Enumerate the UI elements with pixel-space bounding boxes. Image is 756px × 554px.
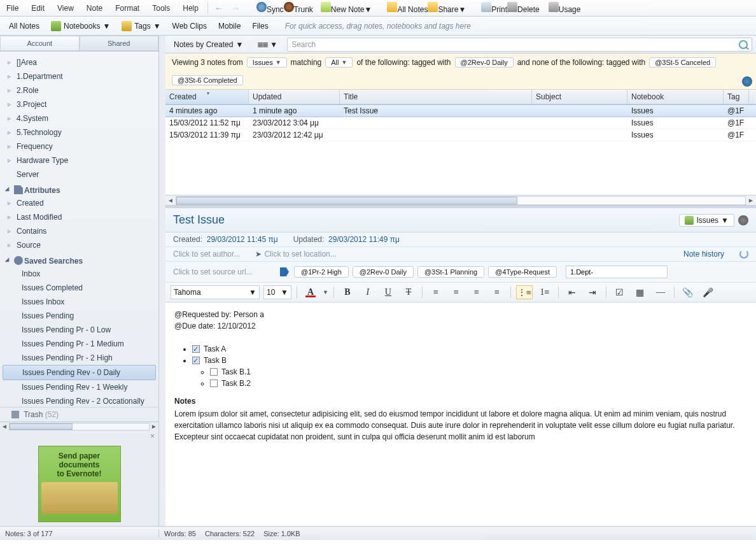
note-history-link[interactable]: Note history bbox=[683, 250, 724, 259]
menu-format[interactable]: Format bbox=[109, 0, 146, 17]
font-size-select[interactable]: 10▼ bbox=[263, 285, 291, 299]
promo-close[interactable]: × bbox=[0, 430, 158, 442]
font-color-button[interactable]: A bbox=[302, 285, 319, 299]
filter-tag-exclude-1[interactable]: @3St-5 Canceled bbox=[649, 57, 716, 67]
sidebar-item[interactable]: Source bbox=[3, 238, 156, 252]
view-mode-dropdown[interactable]: ≣≣▼ bbox=[253, 38, 282, 51]
tag-input[interactable] bbox=[566, 266, 668, 278]
font-family-select[interactable]: Tahoma▼ bbox=[171, 285, 260, 299]
fav-files[interactable]: Files bbox=[248, 19, 272, 33]
note-tag-pill[interactable]: @3St-1 Planning bbox=[417, 266, 484, 278]
checkbox-icon[interactable] bbox=[210, 380, 218, 387]
trunk-button[interactable]: Trunk bbox=[284, 2, 313, 14]
menu-note[interactable]: Note bbox=[80, 0, 109, 17]
menu-help[interactable]: Help bbox=[176, 0, 205, 17]
nav-back[interactable]: ← bbox=[211, 3, 227, 13]
sidebar-item[interactable]: Hardware Type bbox=[3, 153, 156, 167]
outdent-button[interactable]: ⇤ bbox=[564, 285, 580, 299]
checkbox-icon[interactable] bbox=[210, 368, 218, 376]
note-list-hscrollbar[interactable]: ◄► bbox=[165, 195, 756, 205]
sidebar-item[interactable]: 1.Department bbox=[3, 69, 156, 83]
all-notes-button[interactable]: All Notes bbox=[387, 2, 428, 14]
sync-note-icon[interactable] bbox=[739, 250, 748, 259]
bullet-list-button[interactable]: ⋮≡ bbox=[516, 285, 533, 299]
table-row[interactable]: 4 minutes ago1 minute agoTest IssueIssue… bbox=[165, 104, 756, 117]
col-created[interactable]: Created bbox=[165, 90, 249, 104]
sidebar-hscrollbar[interactable]: ◄► bbox=[0, 422, 158, 430]
saved-searches-section[interactable]: Saved Searches bbox=[3, 252, 156, 267]
checkbox-icon[interactable] bbox=[192, 345, 200, 353]
sidebar-item[interactable]: 5.Technology bbox=[3, 125, 156, 139]
source-url-field[interactable]: Click to set source url... bbox=[173, 267, 275, 276]
menu-file[interactable]: File bbox=[0, 0, 25, 17]
sidebar-item[interactable]: 4.System bbox=[3, 111, 156, 125]
table-row[interactable]: 15/03/2012 11:39 πμ23/03/2012 12:42 μμIs… bbox=[165, 129, 756, 141]
sidebar-item[interactable]: Created bbox=[3, 196, 156, 210]
tab-account[interactable]: Account bbox=[0, 36, 80, 51]
sidebar-item[interactable]: 3.Project bbox=[3, 97, 156, 111]
sidebar-item[interactable]: Contains bbox=[3, 224, 156, 238]
menu-view[interactable]: View bbox=[51, 0, 80, 17]
attach-button[interactable]: 📎 bbox=[680, 285, 696, 299]
col-subject[interactable]: Subject bbox=[532, 90, 627, 104]
saved-search-item[interactable]: Issues Completed bbox=[3, 281, 156, 295]
saved-search-item[interactable]: Issues Pending Rev - 1 Weekly bbox=[3, 380, 156, 394]
filter-tag-exclude-2[interactable]: @3St-6 Completed bbox=[172, 75, 243, 85]
table-button[interactable]: ▦ bbox=[632, 285, 648, 299]
table-row[interactable]: 15/03/2012 11:52 πμ23/03/2012 3:04 μμIss… bbox=[165, 117, 756, 129]
globe-icon[interactable] bbox=[738, 215, 748, 225]
filter-tag-include[interactable]: @2Rev-0 Daily bbox=[455, 57, 514, 67]
author-field[interactable]: Click to set author... bbox=[173, 250, 240, 259]
saved-search-item[interactable]: Issues Pending Pr - 0 Low bbox=[3, 323, 156, 337]
nav-forward[interactable]: → bbox=[227, 3, 244, 13]
col-title[interactable]: Title bbox=[340, 90, 532, 104]
fav-tags[interactable]: Tags▼ bbox=[118, 19, 164, 33]
note-tag-pill[interactable]: @1Pr-2 High bbox=[294, 266, 349, 278]
sidebar-item[interactable]: Server bbox=[3, 167, 156, 181]
align-center-button[interactable]: ≡ bbox=[448, 285, 465, 299]
notebook-selector[interactable]: Issues▼ bbox=[679, 214, 734, 227]
print-button[interactable]: Print bbox=[481, 2, 507, 14]
scrollbar-thumb[interactable] bbox=[176, 197, 517, 204]
editor-body[interactable]: @Requested by: Person a @Due date: 12/10… bbox=[165, 302, 756, 526]
fav-mobile[interactable]: Mobile bbox=[214, 19, 244, 33]
bold-button[interactable]: B bbox=[339, 285, 356, 299]
sort-dropdown[interactable]: Notes by Created▼ bbox=[169, 38, 248, 51]
note-tag-pill[interactable]: @4Type-Request bbox=[488, 266, 557, 278]
share-button[interactable]: Share▼ bbox=[428, 2, 466, 14]
updated-value[interactable]: 29/03/2012 11:49 πμ bbox=[328, 235, 400, 244]
saved-search-item[interactable]: Issues Pending Pr - 1 Medium bbox=[3, 337, 156, 351]
note-tag-pill[interactable]: @2Rev-0 Daily bbox=[353, 266, 414, 278]
saved-search-item[interactable]: Issues Pending Rev - 0 Daily bbox=[3, 365, 156, 380]
note-title[interactable]: Test Issue bbox=[173, 213, 225, 227]
number-list-button[interactable]: 1≡ bbox=[536, 285, 553, 299]
saved-search-item[interactable]: Inbox bbox=[3, 267, 156, 281]
sidebar-item[interactable]: []Area bbox=[3, 55, 156, 69]
fav-notebooks[interactable]: Notebooks▼ bbox=[47, 19, 114, 33]
menu-tools[interactable]: Tools bbox=[146, 0, 176, 17]
tab-shared[interactable]: Shared bbox=[80, 36, 159, 51]
col-tag[interactable]: Tag bbox=[724, 90, 749, 104]
new-note-button[interactable]: New Note▼ bbox=[321, 2, 372, 14]
sidebar-item[interactable]: Last Modified bbox=[3, 210, 156, 224]
fav-webclips[interactable]: Web Clips bbox=[169, 19, 211, 33]
vertical-splitter[interactable] bbox=[159, 36, 165, 526]
saved-search-item[interactable]: Issues Pending bbox=[3, 309, 156, 323]
col-notebook[interactable]: Notebook bbox=[627, 90, 724, 104]
align-right-button[interactable]: ≡ bbox=[468, 285, 485, 299]
trash-item[interactable]: Trash (52) bbox=[0, 407, 158, 422]
location-field[interactable]: ➤Click to set location... bbox=[255, 250, 336, 259]
sync-button[interactable]: Sync bbox=[256, 2, 284, 14]
created-value[interactable]: 29/03/2012 11:45 πμ bbox=[207, 235, 278, 244]
sidebar-item[interactable]: Frequency bbox=[3, 139, 156, 153]
usage-button[interactable]: Usage bbox=[549, 2, 581, 14]
fav-all-notes[interactable]: All Notes bbox=[5, 19, 43, 33]
scrollbar-thumb[interactable] bbox=[10, 423, 73, 430]
strikethrough-button[interactable]: T bbox=[400, 285, 417, 299]
audio-button[interactable]: 🎤 bbox=[700, 285, 717, 299]
filter-match-pill[interactable]: All▼ bbox=[325, 57, 353, 67]
attributes-section[interactable]: Attributes bbox=[3, 181, 156, 196]
align-left-button[interactable]: ≡ bbox=[428, 285, 444, 299]
filter-notebook-pill[interactable]: Issues▼ bbox=[247, 57, 287, 67]
checkbox-icon[interactable] bbox=[192, 357, 200, 364]
